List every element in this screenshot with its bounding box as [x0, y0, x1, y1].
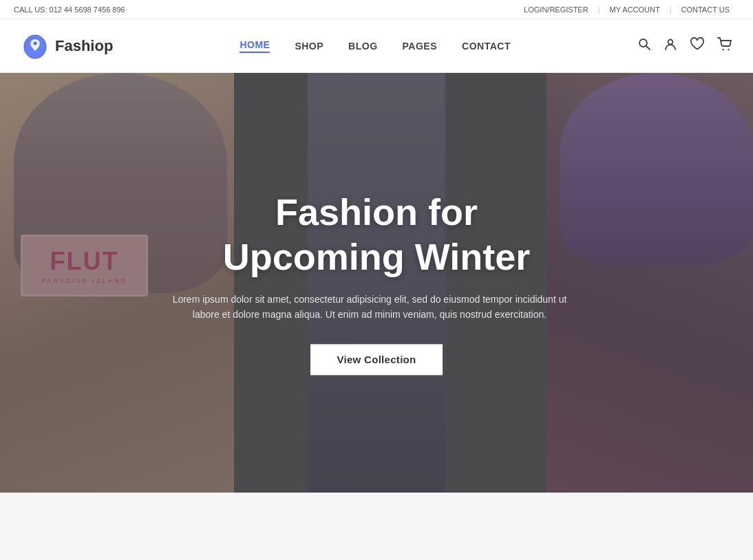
nav-shop[interactable]: SHOP [295, 41, 324, 52]
hero-title: Fashion for Upcoming Winter [170, 190, 583, 279]
svg-point-5 [668, 40, 673, 45]
hero-section: FLUT PARADISE ISLAND Fashion for Upcomin… [0, 73, 753, 493]
logo[interactable]: Fashiop [21, 32, 113, 61]
top-bar: CALL US: 012 44 5698 7456 896 LOGIN/REGI… [0, 0, 753, 19]
nav-home[interactable]: HOME [240, 39, 270, 53]
svg-point-2 [34, 41, 37, 45]
main-nav: HOME SHOP BLOG PAGES CONTACT [240, 39, 511, 53]
view-collection-button[interactable]: View Collection [310, 345, 442, 376]
login-register-link[interactable]: LOGIN/REGISTER [514, 6, 598, 14]
svg-point-7 [728, 49, 729, 50]
logo-icon [21, 32, 50, 61]
svg-point-6 [722, 49, 723, 50]
top-bar-right: LOGIN/REGISTER | MY ACCOUNT | CONTACT US [514, 6, 739, 14]
svg-line-4 [646, 46, 650, 50]
search-icon[interactable] [637, 37, 651, 54]
hero-content: Fashion for Upcoming Winter Lorem ipsum … [170, 190, 583, 375]
header-icons [637, 37, 732, 54]
logo-text: Fashiop [55, 37, 113, 55]
hero-description: Lorem ipsum dolor sit amet, consectetur … [170, 292, 569, 323]
header: Fashiop HOME SHOP BLOG PAGES CONTACT [0, 19, 753, 73]
cart-icon[interactable] [717, 37, 732, 54]
nav-blog[interactable]: BLOG [348, 41, 377, 52]
user-icon[interactable] [664, 37, 677, 54]
nav-contact[interactable]: CONTACT [462, 41, 511, 52]
below-hero-space [0, 493, 753, 560]
wishlist-icon[interactable] [690, 37, 705, 54]
my-account-link[interactable]: MY ACCOUNT [600, 6, 670, 14]
contact-us-link[interactable]: CONTACT US [672, 6, 740, 14]
phone-label: CALL US: 012 44 5698 7456 896 [14, 6, 125, 14]
nav-pages[interactable]: PAGES [403, 41, 437, 52]
